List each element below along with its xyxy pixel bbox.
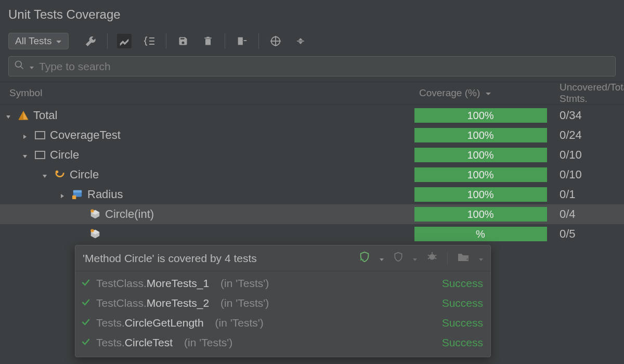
test-location: (in 'Tests'): [220, 297, 269, 309]
shield-run-icon[interactable]: [359, 251, 370, 265]
test-row[interactable]: TestClass.MoreTests_1(in 'Tests')Success: [75, 274, 490, 293]
bug-icon[interactable]: [426, 251, 438, 265]
toolbar-separator: [166, 33, 166, 49]
test-status: Success: [442, 297, 483, 309]
test-row[interactable]: TestClass.MoreTests_2(in 'Tests')Success: [75, 293, 490, 313]
test-full-name: TestClass.MoreTests_1: [96, 277, 209, 290]
tree-row[interactable]: %0/5: [0, 224, 624, 244]
tree-row-label: Circle(int): [105, 207, 154, 221]
svg-line-20: [435, 255, 437, 256]
coverage-bar: %: [414, 227, 547, 241]
field-icon: [72, 189, 83, 200]
coverage-bar: 100%: [414, 207, 547, 222]
highlight-icon[interactable]: [117, 34, 132, 48]
check-icon: [81, 336, 91, 349]
popup-separator: [447, 252, 448, 265]
chevron-down-icon[interactable]: [380, 253, 384, 264]
tree-row-label: Total: [33, 109, 57, 122]
coverage-bar: 100%: [414, 167, 547, 182]
toolbar-separator: [107, 33, 108, 49]
total-icon: [18, 110, 29, 121]
chevron-down-icon: [30, 61, 34, 72]
search-box[interactable]: [8, 56, 616, 76]
expand-arrow-icon[interactable]: [59, 190, 68, 199]
svg-rect-6: [297, 41, 304, 42]
test-full-name: TestClass.MoreTests_2: [96, 297, 209, 309]
expand-arrow-icon[interactable]: [22, 131, 30, 139]
uncovered-value: 0/34: [552, 109, 624, 122]
toolbar-separator: [258, 33, 259, 49]
svg-line-22: [435, 258, 437, 259]
ns-icon: [34, 149, 46, 161]
tree-row[interactable]: Radius100%0/1: [0, 185, 624, 204]
tree-row-label: CoverageTest: [50, 128, 121, 142]
wrench-icon[interactable]: [83, 34, 98, 48]
test-full-name: Tests.CircleGetLength: [96, 317, 204, 329]
tree-row[interactable]: Total100%0/34: [0, 106, 624, 125]
svg-point-17: [430, 254, 435, 260]
popup-title: 'Method Circle' is covered by 4 tests: [83, 252, 257, 265]
column-symbol[interactable]: Symbol: [0, 87, 409, 99]
braces-icon[interactable]: [142, 34, 157, 48]
test-location: (in 'Tests'): [184, 336, 232, 349]
test-full-name: Tests.CircleTest: [96, 336, 173, 349]
save-icon[interactable]: [176, 34, 190, 48]
expand-arrow-icon[interactable]: [42, 171, 50, 179]
svg-point-7: [16, 61, 22, 68]
chevron-down-icon[interactable]: [479, 253, 483, 264]
coverage-bar: 100%: [414, 187, 547, 202]
collapse-icon[interactable]: [293, 34, 308, 48]
sort-desc-icon: [485, 87, 491, 99]
popup-header: 'Method Circle' is covered by 4 tests +: [75, 245, 490, 271]
folder-add-icon[interactable]: +: [457, 252, 470, 265]
tree-row[interactable]: Circle100%0/10: [0, 145, 624, 165]
svg-point-11: [56, 171, 59, 174]
tree-row[interactable]: CoverageTest100%0/24: [0, 125, 624, 145]
chevron-down-icon[interactable]: [413, 253, 417, 264]
popup-body: TestClass.MoreTests_1(in 'Tests')Success…: [75, 271, 490, 357]
search-input[interactable]: [39, 60, 610, 73]
panel-title: Unit Tests Coverage: [0, 0, 624, 29]
uncovered-value: 0/24: [552, 128, 624, 142]
toolbar-separator: [225, 33, 225, 49]
coverage-bar: 100%: [414, 108, 547, 123]
column-coverage[interactable]: Coverage (%): [409, 87, 552, 99]
check-icon: [81, 297, 91, 310]
expand-arrow-icon[interactable]: [22, 151, 30, 159]
column-uncovered-label: Uncovered/Total Stmts.: [560, 82, 624, 105]
column-uncovered[interactable]: Uncovered/Total Stmts.: [552, 82, 624, 105]
test-row[interactable]: Tests.CircleTest(in 'Tests')Success: [75, 333, 490, 353]
column-symbol-label: Symbol: [9, 87, 42, 99]
test-status: Success: [442, 336, 483, 349]
export-icon[interactable]: [235, 34, 249, 48]
uncovered-value: 0/5: [552, 227, 624, 241]
column-coverage-label: Coverage (%): [419, 87, 480, 99]
all-tests-dropdown[interactable]: All Tests: [8, 33, 69, 49]
toolbar: All Tests: [0, 29, 624, 56]
spacer: [77, 230, 85, 238]
tree-row[interactable]: Circle100%0/10: [0, 165, 624, 185]
coverage-bar: 100%: [414, 148, 547, 162]
svg-rect-14: [72, 196, 76, 199]
test-row[interactable]: Tests.CircleGetLength(in 'Tests')Success: [75, 313, 490, 333]
uncovered-value: 0/10: [552, 168, 624, 181]
uncovered-value: 0/1: [552, 188, 624, 201]
trash-icon[interactable]: [201, 34, 215, 48]
test-location: (in 'Tests'): [215, 317, 264, 329]
svg-text:+: +: [466, 256, 469, 262]
tree-row[interactable]: Circle(int)100%0/4: [0, 204, 624, 224]
uncovered-value: 0/4: [552, 207, 624, 221]
test-status: Success: [442, 317, 483, 329]
target-icon[interactable]: [268, 34, 283, 48]
coverage-bar: 100%: [414, 128, 547, 142]
coverage-tree: Total100%0/34CoverageTest100%0/24Circle1…: [0, 106, 624, 244]
ns-icon: [34, 129, 46, 141]
class-icon: [54, 169, 66, 180]
svg-rect-13: [73, 190, 82, 193]
all-tests-label: All Tests: [15, 35, 51, 47]
expand-arrow-icon[interactable]: [5, 111, 14, 120]
test-location: (in 'Tests'): [220, 277, 269, 290]
shield-icon[interactable]: [393, 251, 404, 265]
method-icon: [89, 228, 101, 240]
columns-header: Symbol Coverage (%) Uncovered/Total Stmt…: [0, 82, 624, 105]
